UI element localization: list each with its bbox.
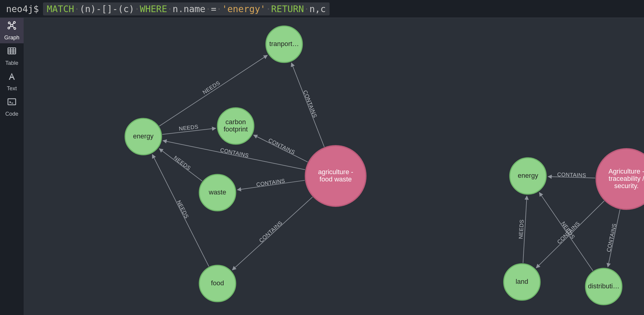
query-token: WHERE	[140, 4, 167, 14]
svg-line-6	[12, 23, 14, 25]
sidebar-item-label: Text	[7, 85, 17, 92]
node-waste[interactable]: waste	[199, 174, 236, 211]
node-land[interactable]: land	[504, 264, 540, 300]
node-energy1[interactable]: energy	[125, 118, 161, 155]
edge-afw-food[interactable]: CONTAINS	[232, 197, 313, 270]
edge-label: CONTAINS	[256, 178, 286, 188]
graph-icon	[7, 20, 17, 32]
query-token: ·	[205, 4, 211, 14]
query-token: n	[309, 4, 315, 14]
graph-canvas[interactable]: NEEDSNEEDSCONTAINSCONTAINSCONTAINSNEEDSC…	[24, 18, 644, 315]
query-token: MATCH	[47, 4, 74, 14]
edge-label: NEEDS	[518, 219, 525, 239]
svg-point-38	[504, 264, 540, 300]
query-input[interactable]: MATCH·(n)-[]-(c)·WHERE·n.name·=·'energy'…	[43, 2, 329, 15]
svg-point-33	[305, 146, 366, 206]
query-token: .	[178, 4, 184, 14]
svg-point-32	[217, 108, 254, 144]
query-token: ·	[74, 4, 80, 14]
edge-label: NEEDS	[173, 155, 192, 171]
edge-label: NEEDS	[176, 199, 190, 220]
node-food[interactable]: food	[199, 265, 236, 302]
svg-rect-14	[8, 99, 16, 105]
svg-point-37	[596, 149, 644, 209]
svg-point-39	[586, 268, 622, 305]
edge-ats-land[interactable]: CONTAINS	[536, 201, 604, 268]
svg-point-36	[510, 158, 546, 194]
sidebar-item-label: Graph	[4, 35, 19, 41]
query-bar: neo4j$ MATCH·(n)-[]-(c)·WHERE·n.name·=·'…	[0, 0, 644, 18]
svg-line-16	[159, 55, 267, 126]
query-token: ,	[315, 4, 320, 14]
query-token: ·	[266, 4, 271, 14]
svg-line-8	[13, 26, 14, 28]
query-token: (n)-[]-(c)	[80, 4, 134, 14]
edge-label: CONTAINS	[267, 137, 296, 156]
node-carbon[interactable]: carbonfootprint	[217, 108, 254, 144]
app-root: neo4j$ MATCH·(n)-[]-(c)·WHERE·n.name·=·'…	[0, 0, 644, 315]
sidebar-item-label: Table	[5, 60, 18, 66]
svg-point-30	[266, 26, 302, 62]
query-token: 'energy'	[222, 4, 266, 14]
text-icon	[7, 71, 17, 83]
view-sidebar: GraphTableTextCode	[0, 18, 24, 315]
node-ats[interactable]: Agriculture -traceability /security.	[596, 149, 644, 209]
edge-waste-energy1[interactable]: NEEDS	[159, 149, 202, 181]
query-token: ·	[167, 4, 173, 14]
sidebar-item-table[interactable]: Table	[0, 43, 24, 69]
edge-afw-carbon[interactable]: CONTAINS	[254, 135, 308, 162]
query-token: =	[211, 4, 216, 14]
code-icon	[7, 97, 17, 108]
query-token: ·	[304, 4, 309, 14]
edge-label: CONTAINS	[606, 223, 617, 253]
edge-label: CONTAINS	[220, 147, 249, 159]
query-token: c	[320, 4, 326, 14]
svg-line-7	[9, 26, 11, 27]
main-body: GraphTableTextCode NEEDSNEEDSCONTAINSCON…	[0, 18, 644, 315]
svg-point-34	[199, 174, 236, 211]
sidebar-item-code[interactable]: Code	[0, 94, 24, 120]
query-token: RETURN	[271, 4, 304, 14]
edge-food-energy1[interactable]: NEEDS	[152, 154, 209, 267]
query-token: name	[184, 4, 205, 14]
node-distribution[interactable]: distributi…	[586, 268, 622, 305]
sidebar-item-label: Code	[5, 111, 18, 117]
sidebar-item-graph[interactable]: Graph	[0, 18, 24, 43]
edge-energy1-carbon[interactable]: NEEDS	[162, 124, 216, 134]
edge-ats-energy2[interactable]: CONTAINS	[548, 171, 595, 178]
edge-afw-waste[interactable]: CONTAINS	[237, 178, 305, 190]
svg-point-31	[125, 118, 161, 155]
node-energy2[interactable]: energy	[510, 158, 546, 194]
edge-label: CONTAINS	[557, 171, 586, 178]
query-token: ·	[216, 4, 222, 14]
edge-afw-transport[interactable]: CONTAINS	[291, 63, 324, 147]
edge-label: CONTAINS	[302, 89, 318, 118]
svg-line-5	[10, 24, 11, 25]
edge-ats-distribution[interactable]: CONTAINS	[606, 210, 620, 267]
svg-point-2	[8, 27, 10, 29]
query-token: n	[173, 4, 178, 14]
edge-label: CONTAINS	[258, 220, 284, 244]
svg-point-35	[199, 265, 236, 302]
edge-label: CONTAINS	[556, 220, 581, 245]
prompt-label: neo4j$	[6, 4, 39, 14]
edge-energy1-transport[interactable]: NEEDS	[159, 55, 267, 126]
graph-svg[interactable]: NEEDSNEEDSCONTAINSCONTAINSCONTAINSNEEDSC…	[24, 18, 644, 315]
svg-point-3	[14, 28, 16, 29]
svg-rect-9	[8, 48, 16, 54]
query-token: ·	[134, 4, 140, 14]
node-transport[interactable]: tranport…	[266, 26, 302, 62]
table-icon	[7, 46, 17, 58]
node-afw[interactable]: agriculture -food waste	[305, 146, 366, 206]
sidebar-item-text[interactable]: Text	[0, 69, 24, 94]
edge-land-energy2[interactable]: NEEDS	[518, 196, 527, 263]
